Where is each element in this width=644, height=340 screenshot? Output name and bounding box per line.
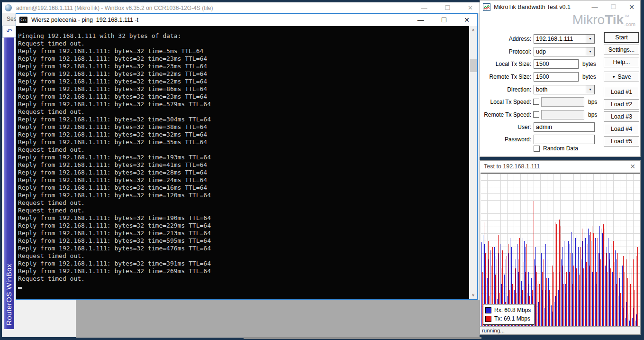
console-scrollbar[interactable]: ∧ ∨ [469, 26, 477, 299]
help-button[interactable]: Help... [604, 57, 639, 67]
console-line: Reply from 192.168.1.111: bytes=32 time=… [18, 123, 211, 131]
rx-color-swatch [485, 307, 491, 313]
console-line: Reply from 192.168.1.111: bytes=32 time=… [18, 184, 211, 192]
start-button[interactable]: Start [604, 32, 639, 43]
chevron-down-icon[interactable]: ▼ [586, 47, 594, 56]
tx-legend-label: Tx: 69.1 Mbps [494, 315, 530, 322]
console-line: Reply from 192.168.1.111: bytes=32 time=… [18, 63, 211, 70]
address-combobox[interactable]: 192.168.1.111▼ [534, 34, 595, 44]
console-line: Reply from 192.168.1.111: bytes=32 time=… [18, 78, 211, 85]
remote-tx-size-label: Remote Tx Size: [481, 74, 531, 80]
chart-legend: Rx: 60.8 Mbps Tx: 69.1 Mbps [483, 304, 535, 325]
winbox-mdi-area [76, 300, 480, 338]
save-dropdown-icon: ▼ [612, 75, 616, 79]
minimize-icon[interactable]: — [421, 4, 427, 11]
console-line: Reply from 192.168.1.111: bytes=32 time=… [18, 55, 211, 63]
cmd-app-icon: C:\ [19, 17, 27, 23]
console-line: Reply from 192.168.1.111: bytes=32 time=… [18, 154, 211, 161]
save-button[interactable]: ▼Save [604, 72, 639, 82]
cmd-titlebar[interactable]: C:\ Wiersz polecenia - ping 192.168.1.11… [16, 14, 477, 26]
undo-icon: ↶ [6, 27, 12, 35]
tx-color-swatch [485, 316, 491, 322]
chart-bar-tx [637, 247, 638, 327]
minimize-icon[interactable]: — [417, 16, 424, 24]
bandwidth-test-titlebar[interactable]: MikroTik Bandwidth Test v0.1 — ☐ ✕ [480, 0, 640, 13]
console-line: Reply from 192.168.1.111: bytes=32 time=… [18, 101, 211, 108]
random-data-checkbox[interactable] [534, 146, 540, 152]
winbox-window-title: admin@192.168.1.111 (MikroTik) - WinBox … [16, 5, 213, 11]
scrollbar-thumb[interactable] [470, 59, 477, 72]
test-window-titlebar[interactable]: Test to 192.168.1.111 ✕ [480, 161, 640, 172]
local-tx-size-field[interactable]: 1500 [534, 59, 579, 69]
test-window-title: Test to 192.168.1.111 [484, 163, 540, 170]
console-line: Reply from 192.168.1.111: bytes=32 time=… [18, 47, 211, 55]
load-4-button[interactable]: Load #4 [604, 124, 639, 134]
password-field[interactable] [534, 135, 595, 144]
maximize-icon[interactable]: ☐ [444, 4, 450, 11]
protocol-value: udp [536, 48, 546, 55]
console-line: Request timed out. [18, 146, 211, 154]
chevron-down-icon[interactable]: ▼ [586, 85, 594, 94]
undo-button[interactable]: ↶ [2, 26, 16, 38]
logo-mikro: Mikro [572, 13, 605, 27]
cmd-window-title: Wiersz polecenia - ping 192.168.1.111 -t [31, 17, 138, 23]
logo-com: .com [624, 22, 635, 27]
direction-combobox[interactable]: both▼ [534, 85, 595, 94]
logo-tik: Tik [605, 13, 624, 27]
console-line: Reply from 192.168.1.111: bytes=32 time=… [18, 222, 211, 230]
console-line: Reply from 192.168.1.111: bytes=32 time=… [18, 169, 211, 176]
banner-text: RouterOS WinBox [5, 264, 13, 325]
remote-tx-speed-field [541, 110, 584, 119]
random-data-row: Random Data [534, 145, 578, 152]
console-line: Request timed out. [18, 207, 211, 214]
console-line: Reply from 192.168.1.111: bytes=32 time=… [18, 230, 211, 237]
console-line: Request timed out. [18, 108, 211, 116]
local-tx-speed-checkbox[interactable] [533, 99, 539, 105]
scroll-down-icon[interactable]: ∨ [469, 291, 477, 299]
remote-tx-speed-unit: bps [588, 111, 597, 118]
console-line: Reply from 192.168.1.111: bytes=32 time=… [18, 214, 211, 222]
chart-bar-tx [629, 250, 629, 327]
remote-tx-speed-checkbox[interactable] [533, 111, 539, 118]
settings-button[interactable]: Settings... [604, 45, 639, 55]
console-line: Reply from 192.168.1.111: bytes=32 time=… [18, 176, 211, 184]
rx-legend-label: Rx: 60.8 Mbps [494, 307, 531, 313]
winbox-titlebar[interactable]: admin@192.168.1.111 (MikroTik) - WinBox … [2, 2, 480, 13]
winbox-app-icon [5, 4, 12, 11]
direction-value: both [536, 86, 547, 93]
console-line: Reply from 192.168.1.111: bytes=32 time=… [18, 192, 211, 199]
legend-tx-row: Tx: 69.1 Mbps [485, 314, 531, 323]
console-line: Reply from 192.168.1.111: bytes=32 time=… [18, 161, 211, 169]
load-5-button[interactable]: Load #5 [604, 136, 639, 147]
minimize-icon[interactable]: — [592, 3, 598, 10]
console-line: Reply from 192.168.1.111: bytes=32 time=… [18, 116, 211, 123]
console-line: Reply from 192.168.1.111: bytes=32 time=… [18, 131, 211, 138]
close-icon[interactable]: ✕ [464, 16, 470, 24]
load-3-button[interactable]: Load #3 [604, 111, 639, 122]
maximize-icon[interactable]: ☐ [441, 16, 447, 24]
password-label: Password: [481, 136, 531, 143]
winbox-menu-session[interactable]: Ses [7, 16, 17, 22]
console-line: Request timed out. [18, 252, 211, 260]
scroll-up-icon[interactable]: ∧ [469, 26, 477, 34]
console-line: Request timed out. [18, 275, 211, 283]
console-output[interactable]: Pinging 192.168.1.111 with 32 bytes of d… [16, 26, 477, 299]
load-1-button[interactable]: Load #1 [604, 87, 639, 97]
console-line: Reply from 192.168.1.111: bytes=32 time=… [18, 260, 211, 267]
user-field[interactable]: admin [534, 122, 595, 132]
address-label: Address: [481, 36, 531, 42]
local-tx-speed-label: Local Tx Speed: [481, 99, 531, 105]
protocol-combobox[interactable]: udp▼ [534, 47, 595, 56]
maximize-icon: ☐ [611, 3, 617, 10]
console-line: Reply from 192.168.1.111: bytes=32 time=… [18, 138, 211, 146]
local-tx-speed-field [541, 97, 584, 107]
chevron-down-icon[interactable]: ▼ [586, 35, 594, 43]
protocol-label: Protocol: [481, 48, 531, 55]
load-2-button[interactable]: Load #2 [604, 99, 639, 110]
taskbar-strip [244, 337, 481, 339]
close-icon[interactable]: ✕ [629, 3, 635, 11]
remote-tx-size-field[interactable]: 1500 [534, 72, 579, 82]
close-icon[interactable]: ✕ [468, 4, 473, 11]
close-icon[interactable]: ✕ [630, 163, 635, 170]
console-line: Reply from 192.168.1.111: bytes=32 time=… [18, 237, 211, 245]
